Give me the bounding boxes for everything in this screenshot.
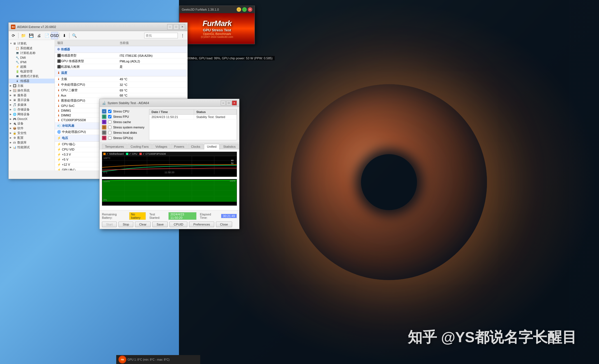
furmark-minimize-button[interactable]: – xyxy=(237,7,241,12)
toolbar-osd-button[interactable]: OSD xyxy=(51,32,58,39)
sidebar-item-computer-name[interactable]: 💻 计算机名称 xyxy=(9,51,55,55)
stress-cpu-label: Stress CPU xyxy=(113,110,129,113)
stress-option-gpu[interactable]: Stress GPU(s) xyxy=(102,136,147,140)
sidebar-item-config[interactable]: ▶ ⚙ 配置 xyxy=(9,135,55,140)
sidebar-item-power-management[interactable]: 🔋 电源管理 xyxy=(9,69,55,74)
stress-cpu-checkbox[interactable] xyxy=(108,110,111,113)
sidebar-item-sensors[interactable]: 🌡 传感器 xyxy=(9,79,55,83)
stability-minimize-button[interactable]: – xyxy=(221,100,226,105)
stress-memory-icon xyxy=(102,125,106,130)
sidebar-item-multimedia[interactable]: ▶ 🎵 多媒体 xyxy=(9,102,55,107)
aida64-maximize-button[interactable]: □ xyxy=(173,24,179,30)
start-button[interactable]: Start xyxy=(102,222,117,227)
search-input[interactable] xyxy=(144,33,178,38)
legend-label-cpu: ✓ CPU xyxy=(129,152,137,155)
sidebar-item-dmi[interactable]: 🔧 DMI xyxy=(9,55,55,60)
toolbar-sep-3 xyxy=(69,33,69,38)
sidebar-item-display[interactable]: ▶ 🖥 显示设备 xyxy=(9,98,55,102)
sidebar-item-portable[interactable]: 💻 便携式计算机 xyxy=(9,74,55,79)
log-col-time: Date / Time xyxy=(149,109,194,114)
sidebar-item-computer[interactable]: ▼ 🖥 计算机 xyxy=(9,41,55,46)
stability-test-window: 🔬 System Stability Test - AIDA64 – □ ✕ S… xyxy=(99,99,239,229)
tab-unified[interactable]: Unified xyxy=(204,144,220,149)
sidebar-item-devices[interactable]: ▶ 🔌 设备 xyxy=(9,121,55,126)
furmark-titlebar: Geeks3D FurMark 1.38.1.0 – □ ✕ xyxy=(180,6,255,13)
sidebar-item-storage[interactable]: ▶ 💿 存储设备 xyxy=(9,107,55,112)
stress-option-disks[interactable]: Stress local disks xyxy=(102,130,147,135)
toolbar-refresh-button[interactable]: ⟳ xyxy=(10,32,17,39)
stress-cache-checkbox[interactable] xyxy=(108,120,111,124)
stress-disks-checkbox[interactable] xyxy=(108,131,111,134)
legend-dot-motherboard xyxy=(103,153,106,155)
furmark-logo: FurMark xyxy=(202,19,231,28)
stress-option-memory[interactable]: Stress system memory xyxy=(102,125,147,130)
battery-label: Remaining Battery: xyxy=(102,213,126,219)
sidebar-item-security[interactable]: ▶ 🔒 安全性 xyxy=(9,131,55,135)
stop-button[interactable]: Stop xyxy=(118,222,133,227)
sidebar-item-software[interactable]: ▶ 📦 软件 xyxy=(9,126,55,131)
tab-temperatures[interactable]: Temperatures xyxy=(102,144,127,149)
stability-tab-bar: Temperatures Cooling Fans Voltages Power… xyxy=(100,143,239,149)
sidebar-item-server[interactable]: ▶ 🖥 服务器 xyxy=(9,93,55,98)
toolbar-sep-2 xyxy=(59,33,60,38)
furmark-subtitle1: GPU Stress Test xyxy=(203,28,231,32)
stress-memory-checkbox[interactable] xyxy=(108,126,111,129)
toolbar-save-button[interactable]: 💾 xyxy=(27,32,35,39)
tab-powers[interactable]: Powers xyxy=(171,144,187,149)
tab-statistics[interactable]: Statistics xyxy=(220,144,239,149)
stress-fpu-checkbox[interactable] xyxy=(108,115,111,118)
stress-option-fpu[interactable]: Stress FPU xyxy=(102,114,147,119)
furmark-maximize-button[interactable]: □ xyxy=(242,7,247,12)
toolbar-report-button[interactable]: 📄 xyxy=(43,32,50,39)
sidebar-item-system-overview[interactable]: 📋 系统概述 xyxy=(9,46,55,51)
stability-maximize-button[interactable]: □ xyxy=(226,100,231,105)
sidebar-item-database[interactable]: ▶ 🗃 数据库 xyxy=(9,140,55,145)
stress-gpu-checkbox[interactable] xyxy=(108,136,111,140)
toolbar-search-button[interactable]: 🔍 xyxy=(71,32,78,39)
tab-voltages[interactable]: Voltages xyxy=(152,144,170,149)
stability-titlebar: 🔬 System Stability Test - AIDA64 – □ ✕ xyxy=(100,99,239,107)
temp-motherboard: 🌡 主板 49 °C xyxy=(55,76,187,82)
tab-clocks[interactable]: Clocks xyxy=(188,144,203,149)
preferences-button[interactable]: Preferences xyxy=(189,222,214,227)
stress-fpu-label: Stress FPU xyxy=(113,115,129,118)
svg-text:100%: 100% xyxy=(230,180,235,182)
toolbar-menu-button[interactable]: ⋮ xyxy=(179,32,186,39)
stress-disks-label: Stress local disks xyxy=(113,131,137,134)
svg-rect-4 xyxy=(103,126,106,129)
stress-option-cpu[interactable]: Stress CPU xyxy=(102,109,147,114)
legend-label-motherboard: ✓ Motherboard xyxy=(106,152,124,155)
chart-temp-time-label: 11:50:20 xyxy=(164,171,174,174)
sidebar-item-overclock[interactable]: ⚡ 超频 xyxy=(9,64,55,69)
sidebar-item-ipmi[interactable]: 🔧 IPMI xyxy=(9,60,55,64)
stability-close-button[interactable]: ✕ xyxy=(232,100,237,105)
toolbar-print-button[interactable]: 🖨 xyxy=(35,32,43,39)
toolbar-folder-button[interactable]: 📁 xyxy=(20,32,27,39)
stress-disks-icon xyxy=(102,130,106,135)
stress-options-panel: Stress CPU Stress FPU Stress cache xyxy=(102,109,147,140)
temperature-chart: ✓ Motherboard ✓ CPU ✓ CT1000P3PSSD8 100°… xyxy=(102,152,237,177)
tab-cooling-fans[interactable]: Cooling Fans xyxy=(127,144,152,149)
clear-button[interactable]: Clear xyxy=(135,222,151,227)
sidebar-item-directx[interactable]: ▶ 🎮 DirectX xyxy=(9,117,55,121)
machine-input-row: ⬛机器输入检测 是 xyxy=(55,64,187,70)
close-button[interactable]: Close xyxy=(216,222,232,227)
svg-text:52: 52 xyxy=(231,162,234,165)
sidebar-item-network[interactable]: ▶ 🌐 网络设备 xyxy=(9,112,55,117)
sidebar-item-motherboard[interactable]: ▶ 🔲 主板 xyxy=(9,83,55,88)
stress-fpu-icon xyxy=(102,114,106,119)
aida64-close-button[interactable]: ✕ xyxy=(180,24,185,30)
aida64-titlebar: 64 AIDA64 Extreme v7.20.6802 – □ ✕ xyxy=(9,23,187,31)
save-button[interactable]: Save xyxy=(152,222,168,227)
aida64-sidebar: ▼ 🖥 计算机 📋 系统概述 💻 计算机名称 🔧 DMI xyxy=(9,40,55,170)
toolbar-down-button[interactable]: ⬇ xyxy=(61,32,68,39)
furmark-close-button[interactable]: ✕ xyxy=(248,7,252,12)
stress-option-cache[interactable]: Stress cache xyxy=(102,120,147,124)
aida64-minimize-button[interactable]: – xyxy=(167,24,173,30)
gpu-sensor-row: ⬛GPU 传感器类型 PMLog (ADL2) xyxy=(55,58,187,64)
eye-background-art xyxy=(179,0,599,364)
cpuid-button[interactable]: CPUID xyxy=(169,222,187,227)
sidebar-item-benchmark[interactable]: ▶ 📊 性能测试 xyxy=(9,145,55,150)
sidebar-item-os[interactable]: ▶ 🪟 操作系统 xyxy=(9,88,55,93)
temp-aux: 🌡 Aux 68 °C xyxy=(55,93,187,98)
